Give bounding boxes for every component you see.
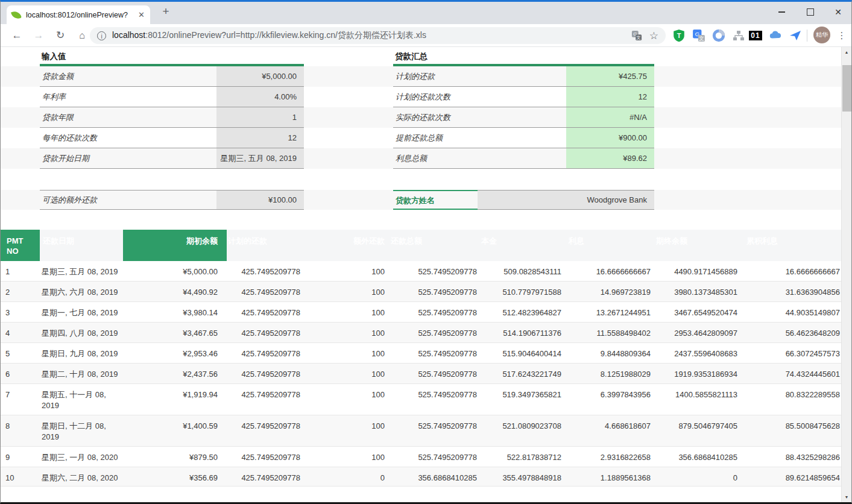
spacer-row	[1, 210, 842, 230]
schedule-cell: 星期六, 二月 08, 2020	[42, 467, 123, 486]
schedule-cell: 6.3997843956	[567, 384, 651, 415]
summary-row-label: 提前还款总额	[393, 128, 566, 148]
schedule-cell: 89.6214859654	[745, 467, 840, 486]
address-bar[interactable]: i localhost:8012/onlinePreview?url=http:…	[90, 27, 666, 44]
scrollbar-thumb[interactable]	[842, 65, 851, 112]
schedule-cell: 星期日, 九月 08, 2019	[42, 343, 123, 363]
schedule-cell: 13.2671244951	[567, 302, 651, 322]
reload-button[interactable]: ↻	[52, 28, 68, 43]
summary-row-label: 计划的还款次数	[393, 87, 566, 107]
schedule-cell: 8	[5, 415, 36, 446]
schedule-cell: 88.4325298286	[745, 447, 840, 467]
schedule-cell: 74.4324445601	[745, 364, 840, 383]
browser-menu-button[interactable]: ⋮	[835, 28, 848, 43]
summary-row-value: 12	[566, 87, 654, 107]
browser-window: localhost:8012/onlinePreview? ✕ + ✕ ← → …	[0, 0, 852, 504]
bookmark-star-icon[interactable]: ☆	[649, 30, 658, 42]
extra-payment-label: 可选的额外还款	[40, 190, 216, 210]
tab-bar: localhost:8012/onlinePreview? ✕ + ✕	[1, 2, 851, 24]
vertical-scrollbar[interactable]: ▲ ▼	[841, 47, 851, 502]
url-text: localhost:8012/onlinePreview?url=http://…	[112, 30, 624, 41]
svg-text:T: T	[677, 32, 681, 39]
input-row-value: 星期三, 五月 08, 2019	[216, 148, 304, 169]
schedule-cell: 星期三, 一月 08, 2020	[42, 447, 123, 467]
schedule-cell: 0	[655, 467, 737, 486]
schedule-cell: 519.3497365821	[480, 384, 561, 415]
schedule-cell: 100	[308, 282, 385, 301]
circle-swirl-extension-icon[interactable]	[711, 28, 727, 43]
translate-extension-icon[interactable]: G文	[691, 28, 707, 43]
schedule-cell: 11.5588498402	[567, 323, 651, 342]
schedule-cell: ¥879.50	[123, 447, 218, 467]
schedule-cell: 44.9035149807	[745, 302, 840, 322]
top-table-row: 每年的还款次数12提前还款总额¥900.00	[1, 128, 842, 148]
schedule-cell: 879.5046797405	[655, 415, 737, 446]
home-button[interactable]: ⌂	[74, 28, 90, 43]
schedule-cell: 7	[5, 384, 36, 415]
schedule-cell: ¥5,000.00	[123, 261, 218, 281]
new-tab-button[interactable]: +	[159, 5, 173, 18]
tab-close-icon[interactable]: ✕	[138, 10, 145, 19]
lender-name-value: Woodgrove Bank	[478, 190, 654, 210]
cloud-extension-icon[interactable]	[768, 28, 783, 43]
schedule-cell: 355.4978848918	[480, 467, 561, 486]
schedule-cell: 0	[308, 467, 385, 486]
schedule-cell: 525.7495209778	[390, 447, 477, 467]
schedule-cell: 425.7495209778	[227, 323, 300, 342]
schedule-cell: 星期六, 六月 08, 2019	[42, 282, 123, 301]
input-row-value: 12	[216, 128, 304, 148]
schedule-row: 4星期四, 八月 08, 2019¥3,467.65425.7495209778…	[1, 323, 842, 343]
window-maximize-button[interactable]	[797, 2, 824, 22]
schedule-cell: 100	[308, 323, 385, 342]
shield-extension-icon[interactable]: T	[671, 28, 687, 43]
schedule-cell: 3980.1373485301	[655, 282, 737, 301]
schedule-cell: 2.9316822658	[567, 447, 651, 467]
leaf-favicon-icon	[11, 10, 22, 20]
extra-payment-row: 可选的额外还款 ¥100.00 贷款方姓名 Woodgrove Bank	[1, 190, 842, 210]
schedule-cell: 1919.9353186934	[655, 364, 737, 383]
badge-01-extension-icon[interactable]: 01	[748, 28, 763, 43]
schedule-row: 9星期三, 一月 08, 2020¥879.50425.749520977810…	[1, 447, 842, 467]
minimize-icon	[778, 11, 785, 13]
browser-tab[interactable]: localhost:8012/onlinePreview? ✕	[7, 5, 150, 24]
scroll-up-button[interactable]: ▲	[842, 47, 851, 57]
schedule-cell: ¥1,400.59	[123, 415, 218, 446]
sitemap-extension-icon[interactable]	[731, 28, 746, 43]
spacer-row	[1, 169, 842, 190]
schedule-header-cell: 还款日期	[42, 230, 123, 261]
input-section-title: 输入值	[42, 51, 66, 62]
page-info-icon[interactable]: i	[97, 31, 106, 40]
input-row-label: 年利率	[40, 87, 216, 107]
schedule-cell: 512.4823964827	[480, 302, 561, 322]
schedule-cell: 星期五, 十一月 08, 2019	[42, 384, 123, 415]
maximize-icon	[807, 8, 814, 16]
schedule-cell: 16.6666666667	[745, 261, 840, 281]
input-row-label: 每年的还款次数	[40, 128, 216, 148]
schedule-header-cell: 额外还款	[308, 230, 385, 261]
schedule-cell: 星期四, 八月 08, 2019	[42, 323, 123, 342]
schedule-cell: ¥356.69	[123, 467, 218, 486]
schedule-rows: 1星期三, 五月 08, 2019¥5,000.00425.7495209778…	[1, 261, 842, 487]
profile-avatar[interactable]: 精华	[813, 27, 830, 43]
scroll-down-button[interactable]: ▼	[842, 492, 851, 502]
schedule-cell: 9	[5, 447, 36, 467]
window-close-button[interactable]: ✕	[824, 2, 852, 22]
section-title-row: 输入值 贷款汇总	[1, 47, 842, 66]
close-icon: ✕	[835, 7, 842, 17]
schedule-header-cell: 期初余额	[123, 230, 218, 261]
schedule-cell: 425.7495209778	[227, 364, 300, 383]
back-button[interactable]: ←	[9, 28, 25, 43]
top-table-row: 贷款开始日期星期三, 五月 08, 2019利息总额¥89.62	[1, 148, 842, 169]
schedule-cell: 14.969723819	[567, 282, 651, 301]
window-minimize-button[interactable]	[768, 2, 795, 22]
bird-extension-icon[interactable]	[787, 28, 803, 43]
summary-row-label: 利息总额	[393, 148, 566, 169]
translate-icon[interactable]: G文	[631, 30, 642, 41]
summary-row-value: ¥89.62	[566, 148, 654, 169]
schedule-cell: 425.7495209778	[227, 415, 300, 446]
schedule-cell: 356.6868410285	[390, 467, 477, 486]
schedule-cell: 100	[308, 364, 385, 383]
forward-button[interactable]: →	[31, 28, 46, 43]
extra-payment-value: ¥100.00	[216, 190, 304, 210]
schedule-cell: 4.668618607	[567, 415, 651, 446]
